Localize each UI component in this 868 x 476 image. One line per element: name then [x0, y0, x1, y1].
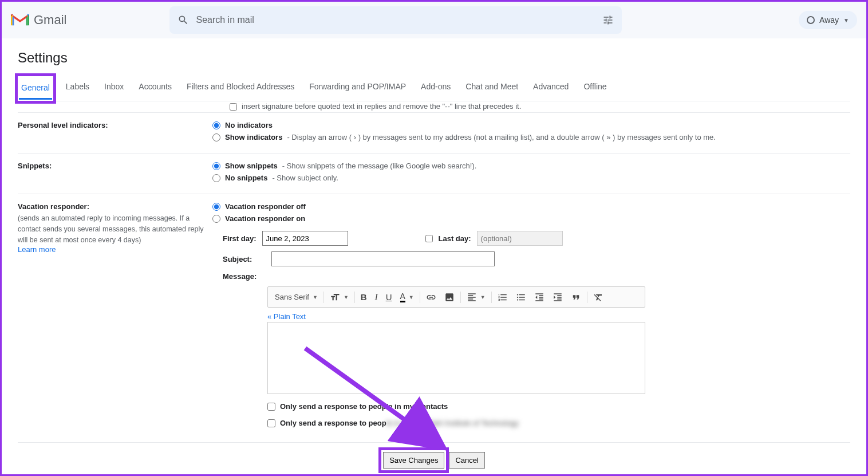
cutoff-text: insert signature before quoted text in r…: [242, 102, 521, 111]
tabs: General Labels Inbox Accounts Filters an…: [18, 76, 850, 101]
no-snippets-radio[interactable]: [212, 174, 220, 182]
logo[interactable]: Gmail: [11, 13, 66, 27]
bullet-list-button[interactable]: [512, 290, 530, 305]
save-button[interactable]: Save Changes: [383, 452, 444, 469]
numbered-list-button[interactable]: [494, 290, 511, 305]
only-contacts-checkbox[interactable]: [267, 403, 275, 411]
image-button[interactable]: [441, 290, 458, 305]
last-day-input[interactable]: [477, 231, 563, 246]
tab-chat[interactable]: Chat and Meet: [463, 76, 520, 101]
font-family-button[interactable]: Sans Serif▼: [271, 290, 321, 304]
tune-icon[interactable]: [602, 14, 614, 26]
message-textarea[interactable]: [267, 322, 645, 394]
snippets-label: Snippets:: [18, 162, 212, 186]
logo-text: Gmail: [34, 13, 66, 27]
subject-input[interactable]: [271, 251, 495, 266]
message-label: Message:: [223, 272, 266, 281]
show-indicators-desc: - Display an arrow ( › ) by messages sen…: [287, 133, 716, 141]
tab-general[interactable]: General: [19, 77, 52, 100]
vacation-on-label: Vacation responder on: [225, 214, 305, 223]
show-snippets-desc: - Show snippets of the message (like Goo…: [282, 162, 477, 170]
quote-button[interactable]: [567, 290, 585, 305]
highlight-general: General: [15, 73, 56, 104]
show-snippets-radio[interactable]: [212, 162, 220, 170]
italic-button[interactable]: I: [372, 290, 381, 304]
font-size-button[interactable]: ▼: [326, 290, 352, 305]
no-snippets-label: No snippets: [225, 174, 267, 182]
format-toolbar: Sans Serif▼ ▼ B I U A▼ ▼: [267, 286, 645, 308]
tab-addons[interactable]: Add-ons: [419, 76, 453, 101]
page-title: Settings: [18, 50, 850, 66]
search-input[interactable]: [196, 15, 602, 25]
vacation-label: Vacation responder:: [18, 202, 212, 211]
gmail-icon: [11, 13, 29, 27]
signature-checkbox[interactable]: [230, 103, 237, 111]
underline-button[interactable]: U: [382, 290, 396, 304]
button-row: Save Changes Cancel: [18, 442, 850, 476]
chevron-down-icon: ▼: [843, 17, 849, 23]
snippets-row: Snippets: Show snippets - Show snippets …: [18, 154, 850, 194]
first-day-label: First day:: [223, 234, 257, 243]
align-button[interactable]: ▼: [463, 290, 489, 305]
tab-inbox[interactable]: Inbox: [102, 76, 126, 101]
show-snippets-label: Show snippets: [225, 162, 278, 170]
search-icon: [177, 14, 189, 26]
vacation-on-radio[interactable]: [212, 215, 220, 223]
show-indicators-radio[interactable]: [212, 133, 220, 141]
tab-forwarding[interactable]: Forwarding and POP/IMAP: [307, 76, 408, 101]
cutoff-row: insert signature before quoted text in r…: [18, 101, 850, 113]
vacation-sub: (sends an automated reply to incoming me…: [18, 213, 212, 245]
search-bar[interactable]: [169, 6, 622, 34]
cancel-button[interactable]: Cancel: [449, 452, 484, 469]
only-domain-label: Only send a response to people in domain…: [280, 419, 519, 427]
no-snippets-desc: - Show subject only.: [272, 174, 338, 182]
first-day-input[interactable]: [262, 231, 348, 246]
tab-labels[interactable]: Labels: [64, 76, 92, 101]
bold-button[interactable]: B: [357, 290, 370, 304]
remove-format-button[interactable]: [590, 290, 607, 305]
svg-rect-1: [26, 17, 28, 26]
tab-advanced[interactable]: Advanced: [531, 76, 571, 101]
only-contacts-label: Only send a response to people in my Con…: [280, 402, 448, 411]
indent-more-button[interactable]: [549, 290, 566, 305]
only-domain-checkbox[interactable]: [267, 419, 275, 427]
show-indicators-label: Show indicators: [225, 133, 282, 141]
tab-accounts[interactable]: Accounts: [136, 76, 174, 101]
status-selector[interactable]: Away ▼: [799, 11, 857, 29]
vacation-off-radio[interactable]: [212, 203, 220, 211]
learn-more-link[interactable]: Learn more: [18, 245, 56, 254]
personal-level-row: Personal level indicators: No indicators…: [18, 113, 850, 154]
personal-level-label: Personal level indicators:: [18, 121, 212, 145]
vacation-off-label: Vacation responder off: [225, 202, 306, 211]
subject-label: Subject:: [223, 255, 266, 263]
tab-offline[interactable]: Offline: [581, 76, 609, 101]
last-day-label: Last day:: [439, 234, 471, 243]
last-day-checkbox[interactable]: [425, 235, 433, 242]
indent-less-button[interactable]: [531, 290, 548, 305]
no-indicators-radio[interactable]: [212, 121, 220, 129]
header: Gmail Away ▼: [2, 2, 866, 38]
status-text: Away: [819, 15, 839, 25]
text-color-button[interactable]: A▼: [397, 289, 417, 305]
svg-rect-0: [13, 17, 14, 26]
tab-filters[interactable]: Filters and Blocked Addresses: [184, 76, 297, 101]
plain-text-link[interactable]: « Plain Text: [267, 312, 850, 321]
vacation-row: Vacation responder: (sends an automated …: [18, 194, 850, 435]
no-indicators-label: No indicators: [225, 121, 273, 129]
link-button[interactable]: [423, 290, 440, 305]
status-away-icon: [807, 16, 815, 24]
